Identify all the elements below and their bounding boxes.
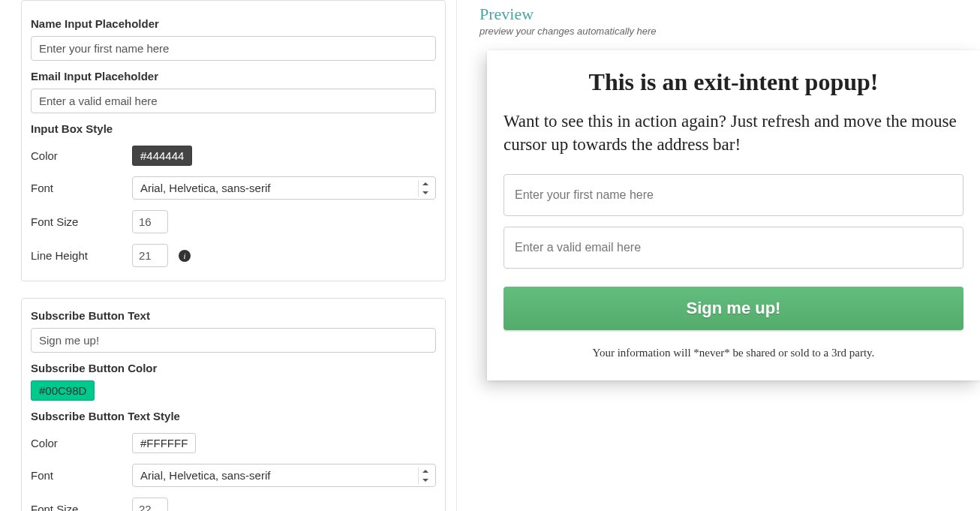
input-color-swatch[interactable]: #444444 bbox=[132, 146, 192, 166]
input-lineheight-label: Line Height bbox=[31, 249, 132, 262]
input-settings-panel: Name Input Placeholder Email Input Place… bbox=[21, 0, 446, 281]
btn-font-label: Font bbox=[31, 469, 132, 482]
popup-description: Want to see this in action again? Just r… bbox=[504, 110, 963, 156]
popup-footer-text: Your information will *never* be shared … bbox=[504, 347, 963, 359]
input-fontsize-label: Font Size bbox=[31, 215, 132, 228]
btn-fontsize-label: Font Size bbox=[31, 503, 132, 511]
popup-card: This is an exit-intent popup! Want to se… bbox=[487, 50, 980, 380]
info-icon[interactable]: i bbox=[179, 250, 191, 262]
name-placeholder-input[interactable] bbox=[31, 36, 436, 61]
preview-title: Preview bbox=[479, 5, 980, 24]
btn-font-select[interactable] bbox=[132, 464, 436, 487]
preview-subtitle: preview your changes automatically here bbox=[479, 26, 980, 37]
signup-button[interactable]: Sign me up! bbox=[504, 287, 963, 330]
popup-name-input[interactable] bbox=[504, 174, 963, 216]
name-placeholder-label: Name Input Placeholder bbox=[31, 17, 436, 30]
input-fontsize-input[interactable] bbox=[132, 210, 168, 233]
btn-color-label: Subscribe Button Color bbox=[31, 362, 436, 374]
btn-text-input[interactable] bbox=[31, 328, 436, 353]
input-font-select[interactable] bbox=[132, 176, 436, 200]
input-lineheight-input[interactable] bbox=[132, 244, 168, 267]
btn-text-label: Subscribe Button Text bbox=[31, 309, 436, 322]
preview-column: Preview preview your changes automatical… bbox=[456, 0, 980, 511]
btn-color-swatch[interactable]: #00C98D bbox=[31, 380, 95, 401]
popup-email-input[interactable] bbox=[504, 227, 963, 269]
input-box-style-label: Input Box Style bbox=[31, 122, 436, 135]
btn-fontsize-input[interactable] bbox=[132, 497, 168, 511]
input-font-label: Font bbox=[31, 182, 132, 194]
email-placeholder-input[interactable] bbox=[31, 89, 436, 113]
button-settings-panel: Subscribe Button Text Subscribe Button C… bbox=[21, 298, 446, 511]
popup-heading: This is an exit-intent popup! bbox=[504, 68, 963, 96]
input-color-label: Color bbox=[31, 149, 132, 162]
btn-textcolor-label: Color bbox=[31, 437, 132, 449]
btn-textcolor-swatch[interactable]: #FFFFFF bbox=[132, 433, 196, 453]
settings-column: Name Input Placeholder Email Input Place… bbox=[0, 0, 456, 511]
btn-text-style-label: Subscribe Button Text Style bbox=[31, 410, 436, 422]
email-placeholder-label: Email Input Placeholder bbox=[31, 70, 436, 83]
